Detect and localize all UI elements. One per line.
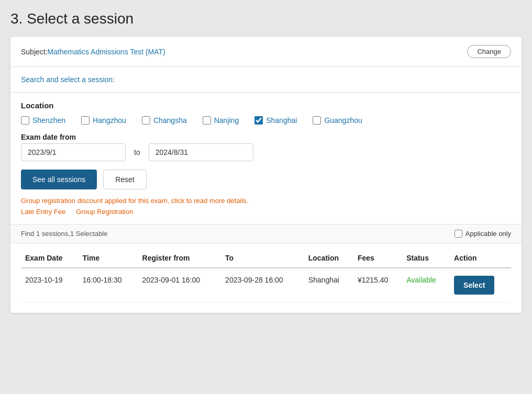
applicable-only-row: Applicable only (455, 230, 511, 238)
filter-section: Location Shenzhen Hangzhou Changsha Nanj… (10, 93, 522, 224)
checkbox-hangzhou-label: Hangzhou (93, 116, 126, 125)
date-to-group: to (149, 133, 253, 161)
date-from-group: Exam date from (21, 133, 126, 161)
col-register-from: Register from (138, 249, 221, 268)
location-heading: Location (21, 101, 511, 110)
results-count: Find 1 sessions,1 Selectable (21, 230, 107, 238)
cell-location: Shanghai (304, 268, 353, 302)
change-button[interactable]: Change (467, 45, 511, 58)
subject-label: Subject: (21, 48, 48, 56)
checkbox-guangzhou-input[interactable] (313, 116, 321, 125)
col-time: Time (79, 249, 138, 268)
table-row: 2023-10-19 16:00-18:30 2023-09-01 16:00 … (21, 268, 511, 302)
checkbox-changsha-label: Changsha (153, 116, 187, 125)
checkbox-shenzhen-label: Shenzhen (32, 116, 65, 125)
date-from-input[interactable] (21, 143, 126, 161)
checkbox-guangzhou[interactable]: Guangzhou (313, 116, 362, 125)
subject-text: Subject:Mathematics Admissions Test (MAT… (21, 48, 165, 56)
main-card: Subject:Mathematics Admissions Test (MAT… (10, 37, 522, 313)
checkbox-shenzhen-input[interactable] (21, 116, 29, 125)
cell-to: 2023-09-28 16:00 (221, 268, 304, 302)
col-action: Action (450, 249, 511, 268)
col-location: Location (304, 249, 353, 268)
cell-exam-date: 2023-10-19 (21, 268, 79, 302)
search-text-highlight: select a session: (61, 75, 115, 84)
checkbox-hangzhou-input[interactable] (81, 116, 90, 125)
checkbox-shanghai-input[interactable] (254, 116, 263, 125)
search-section: Search and select a session: (10, 67, 522, 93)
checkbox-changsha-input[interactable] (142, 116, 150, 125)
sessions-table: Exam Date Time Register from To Location… (21, 249, 511, 302)
cell-time: 16:00-18:30 (79, 268, 138, 302)
subject-name: Mathematics Admissions Test (MAT) (48, 48, 165, 56)
group-registration-link[interactable]: Group Registration (76, 208, 133, 216)
status-available: Available (406, 276, 436, 284)
col-exam-date: Exam Date (21, 249, 79, 268)
cell-register-from: 2023-09-01 16:00 (138, 268, 221, 302)
checkbox-nanjing-input[interactable] (203, 116, 211, 125)
action-buttons: See all sessions Reset (21, 170, 511, 189)
discount-links: Late Entry Fee Group Registration (21, 208, 511, 216)
discount-message: Group registration discount applied for … (21, 197, 511, 205)
results-table-container: Exam Date Time Register from To Location… (10, 249, 522, 313)
checkbox-shenzhen[interactable]: Shenzhen (21, 116, 65, 125)
applicable-only-checkbox[interactable] (455, 230, 462, 238)
checkbox-nanjing-label: Nanjing (214, 116, 239, 125)
applicable-only-label: Applicable only (465, 230, 511, 238)
page-title: 3. Select a session (10, 10, 522, 27)
reset-button[interactable]: Reset (103, 170, 147, 189)
location-checkboxes: Shenzhen Hangzhou Changsha Nanjing Shang… (21, 116, 511, 125)
date-from-label: Exam date from (21, 133, 126, 141)
date-to-input[interactable] (149, 143, 253, 161)
checkbox-guangzhou-label: Guangzhou (324, 116, 362, 125)
checkbox-changsha[interactable]: Changsha (142, 116, 187, 125)
checkbox-shanghai[interactable]: Shanghai (254, 116, 297, 125)
search-text-static: Search and (21, 75, 61, 84)
cell-fees: ¥1215.40 (353, 268, 402, 302)
select-button[interactable]: Select (454, 276, 494, 295)
date-row: Exam date from to to (21, 133, 511, 161)
col-status: Status (402, 249, 450, 268)
table-header-row: Exam Date Time Register from To Location… (21, 249, 511, 268)
late-entry-fee-link[interactable]: Late Entry Fee (21, 208, 65, 216)
cell-action: Select (450, 268, 511, 302)
results-header: Find 1 sessions,1 Selectable Applicable … (10, 224, 522, 243)
checkbox-shanghai-label: Shanghai (266, 116, 297, 125)
see-all-sessions-button[interactable]: See all sessions (21, 170, 97, 189)
checkbox-hangzhou[interactable]: Hangzhou (81, 116, 126, 125)
date-to-separator: to (134, 148, 140, 156)
cell-status: Available (402, 268, 450, 302)
search-label: Search and select a session: (21, 75, 511, 84)
checkbox-nanjing[interactable]: Nanjing (203, 116, 239, 125)
subject-section: Subject:Mathematics Admissions Test (MAT… (10, 37, 522, 67)
col-fees: Fees (353, 249, 402, 268)
col-to: To (221, 249, 304, 268)
